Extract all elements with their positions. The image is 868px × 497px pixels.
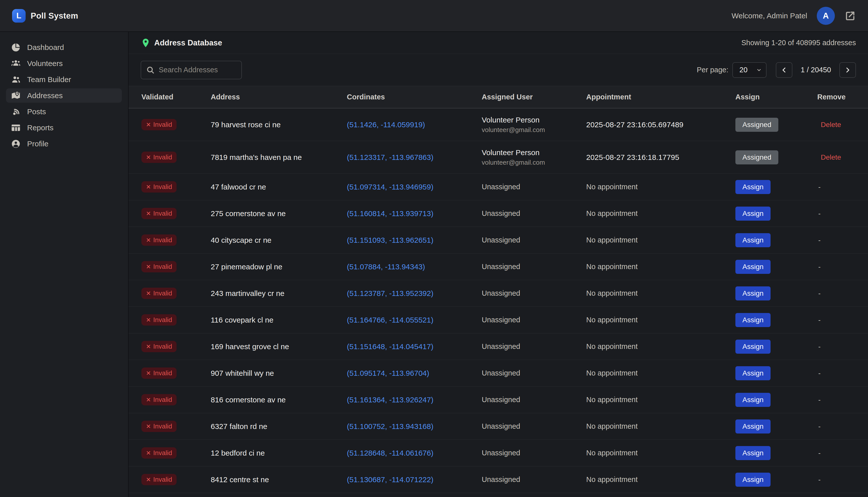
sidebar-item-dashboard[interactable]: Dashboard (6, 40, 122, 55)
assign-button[interactable]: Assign (736, 286, 771, 300)
remove-cell: - (817, 449, 868, 457)
search-input[interactable] (159, 66, 236, 74)
map-pin-icon (141, 38, 151, 48)
address-cell: 27 pinemeadow pl ne (211, 262, 347, 271)
remove-action: - (817, 396, 821, 403)
coordinates-link[interactable]: (51.097314, -113.946959) (347, 183, 482, 191)
assign-button[interactable]: Assign (736, 233, 771, 247)
coordinates-link[interactable]: (51.160814, -113.939713) (347, 209, 482, 218)
coordinates-link[interactable]: (51.130687, -114.071222) (347, 475, 482, 484)
assigned-user-cell: Volunteer Person volunteer@gmail.com (482, 148, 586, 167)
previous-page-button[interactable] (776, 62, 793, 78)
invalid-badge-label: Invalid (153, 449, 172, 457)
header-address: Address (211, 93, 347, 101)
sidebar-item-team-builder[interactable]: Team Builder (6, 72, 122, 87)
external-link-icon[interactable] (844, 10, 856, 22)
invalid-badge: ✕ Invalid (141, 152, 177, 163)
appointment-cell: No appointment (586, 209, 736, 218)
header-validated: Validated (141, 93, 211, 101)
avatar[interactable]: A (817, 7, 835, 25)
per-page-select[interactable]: 20 (732, 62, 767, 78)
coordinates-link[interactable]: (51.123317, -113.967863) (347, 153, 482, 162)
coordinates-link[interactable]: (51.151648, -114.045417) (347, 342, 482, 351)
invalid-badge-label: Invalid (153, 475, 172, 483)
coordinates-link[interactable]: (51.095174, -113.96704) (347, 369, 482, 378)
validated-cell: ✕ Invalid (141, 152, 211, 163)
remove-action: - (817, 369, 821, 377)
invalid-badge-label: Invalid (153, 343, 172, 351)
remove-action: - (817, 475, 821, 483)
invalid-badge-label: Invalid (153, 236, 172, 244)
x-icon: ✕ (146, 477, 151, 483)
invalid-badge: ✕ Invalid (141, 394, 177, 406)
assign-button[interactable]: Assign (736, 260, 771, 274)
remove-action: - (817, 449, 821, 457)
table-row: ✕ Invalid 816 cornerstone av ne (51.1613… (129, 386, 868, 413)
remove-cell: Delete (817, 153, 868, 161)
remove-cell: - (817, 316, 868, 324)
coordinates-link[interactable]: (51.128648, -114.061676) (347, 449, 482, 457)
assigned-user-cell: Unassigned (482, 396, 586, 404)
appointment-cell: No appointment (586, 449, 736, 457)
sidebar-item-profile[interactable]: Profile (6, 137, 122, 151)
user-circle-icon (11, 139, 20, 148)
sidebar-item-label: Reports (27, 124, 54, 132)
assign-button[interactable]: Assign (736, 366, 771, 380)
assign-button[interactable]: Assign (736, 393, 771, 407)
address-cell: 907 whitehill wy ne (211, 369, 347, 378)
remove-action: - (817, 236, 821, 244)
remove-action[interactable]: Delete (817, 121, 841, 129)
remove-cell: - (817, 475, 868, 484)
assign-button[interactable]: Assign (736, 313, 771, 327)
coordinates-link[interactable]: (51.07884, -113.94343) (347, 262, 482, 271)
validated-cell: ✕ Invalid (141, 288, 211, 299)
sidebar-item-label: Addresses (27, 91, 63, 100)
remove-action[interactable]: Delete (817, 153, 841, 161)
validated-cell: ✕ Invalid (141, 181, 211, 193)
assigned-user-cell: Unassigned (482, 342, 586, 351)
assigned-user-name: Unassigned (482, 396, 586, 404)
sidebar-item-addresses[interactable]: Addresses (6, 88, 122, 103)
invalid-badge: ✕ Invalid (141, 288, 177, 299)
appointment-cell: No appointment (586, 475, 736, 484)
remove-action: - (817, 423, 821, 430)
chevron-left-icon (781, 67, 788, 73)
invalid-badge-label: Invalid (153, 316, 172, 324)
assign-button[interactable]: Assign (736, 473, 771, 487)
assign-cell: Assign (736, 233, 817, 247)
coordinates-link[interactable]: (51.164766, -114.055521) (347, 316, 482, 324)
appointment-cell: 2025-08-27 23:16:05.697489 (586, 120, 736, 129)
sidebar-item-posts[interactable]: Posts (6, 104, 122, 119)
assigned-user-email: volunteer@gmail.com (482, 159, 586, 167)
assign-button[interactable]: Assign (736, 340, 771, 354)
sidebar-item-label: Profile (27, 140, 48, 148)
validated-cell: ✕ Invalid (141, 341, 211, 352)
map-icon (11, 91, 20, 100)
coordinates-link[interactable]: (51.161364, -113.926247) (347, 396, 482, 404)
table-row: ✕ Invalid 47 falwood cr ne (51.097314, -… (129, 174, 868, 200)
assign-button[interactable]: Assigned (736, 118, 778, 132)
assign-button[interactable]: Assign (736, 446, 771, 460)
appointment-cell: No appointment (586, 342, 736, 351)
coordinates-link[interactable]: (51.1426, -114.059919) (347, 120, 482, 129)
page-header: Address Database Showing 1-20 of 408995 … (129, 32, 868, 54)
sidebar-item-volunteers[interactable]: Volunteers (6, 56, 122, 71)
assign-button[interactable]: Assign (736, 180, 771, 194)
address-cell: 169 harvest grove cl ne (211, 342, 347, 351)
assign-cell: Assign (736, 366, 817, 380)
assign-button[interactable]: Assign (736, 207, 771, 221)
next-page-button[interactable] (839, 62, 856, 78)
remove-action: - (817, 210, 821, 217)
coordinates-link[interactable]: (51.100752, -113.943168) (347, 422, 482, 431)
assigned-user-name: Unassigned (482, 289, 586, 297)
per-page-value: 20 (739, 66, 747, 74)
assigned-user-name: Unassigned (482, 316, 586, 324)
coordinates-link[interactable]: (51.151093, -113.962651) (347, 236, 482, 244)
assign-button[interactable]: Assigned (736, 150, 778, 165)
validated-cell: ✕ Invalid (141, 261, 211, 272)
assign-button[interactable]: Assign (736, 420, 771, 434)
assign-cell: Assign (736, 340, 817, 354)
coordinates-link[interactable]: (51.123787, -113.952392) (347, 289, 482, 298)
appointment-cell: No appointment (586, 289, 736, 297)
sidebar-item-reports[interactable]: Reports (6, 120, 122, 135)
